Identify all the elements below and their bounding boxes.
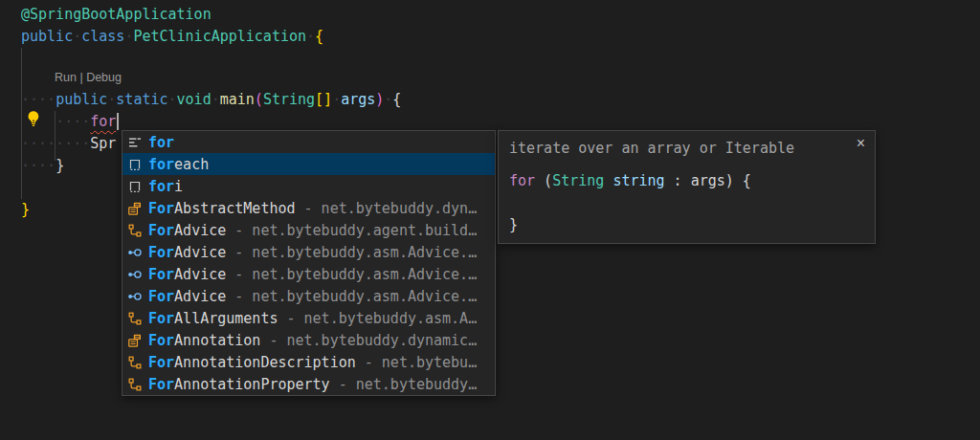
code-token: ) { [725, 172, 751, 189]
code-line: public·class·PetClinicApplication·{ [21, 26, 323, 48]
lightbulb-icon[interactable] [25, 110, 42, 127]
suggestion-label: Advice [174, 266, 226, 283]
code-token: class [81, 28, 124, 45]
run-codelens-link[interactable]: Run [55, 71, 77, 84]
interface-icon [127, 245, 143, 260]
code-token: } [21, 201, 30, 218]
suggestion-label: i [174, 178, 183, 195]
suggestion-item[interactable]: ForAllArguments - net.bytebuddy.asm.A… [122, 307, 495, 329]
suggestion-label: AbstractMethod [174, 200, 295, 217]
suggestion-item[interactable]: ForAnnotationProperty - net.bytebuddy… [122, 373, 495, 395]
code-token: | [77, 71, 86, 84]
code-token: @SpringBootApplication [21, 6, 212, 23]
suggestion-item[interactable]: ForAdvice - net.bytebuddy.asm.Advice.… [122, 241, 495, 263]
code-token: String [263, 91, 315, 108]
text-cursor [117, 113, 119, 130]
code-token: [] [315, 91, 332, 108]
suggestion-item[interactable]: ForAbstractMethod - net.bytebuddy.dyn… [122, 197, 495, 219]
codelens: Run | Debug [55, 70, 122, 86]
doc-code-snippet: for (String string : args) {} [509, 170, 751, 236]
code-token: public [56, 91, 107, 108]
suggestion-item[interactable]: ForAnnotation - net.bytebuddy.dynamic… [122, 329, 495, 351]
code-token: main [220, 91, 255, 108]
keyword-icon [127, 135, 143, 150]
code-token: } [509, 216, 518, 233]
suggestion-item[interactable]: ForAdvice - net.bytebuddy.asm.Advice.… [122, 285, 495, 307]
debug-codelens-link[interactable]: Debug [86, 71, 122, 84]
code-token: ···· [21, 91, 56, 108]
suggestion-label: Annotation [174, 332, 260, 349]
suggest-widget: forforeachforiForAbstractMethod - net.by… [122, 130, 496, 396]
class-icon [127, 377, 143, 392]
suggestion-item[interactable]: ForAdvice - net.bytebuddy.asm.Advice.… [122, 263, 495, 285]
suggestion-detail: - net.bytebu… [356, 354, 477, 371]
suggestion-item[interactable]: foreach [122, 153, 495, 175]
suggestion-label: AnnotationDescription [174, 354, 356, 371]
suggestion-match-text: For [148, 310, 174, 327]
suggestion-detail: - net.bytebuddy… [330, 376, 478, 393]
suggestion-match-text: For [148, 354, 174, 371]
code-line: ····public·static·void·main(String[]·arg… [21, 89, 401, 111]
code-token: · [73, 28, 81, 45]
code-token: ) [375, 91, 384, 108]
suggestion-detail: - net.bytebuddy.asm.Advice.… [226, 266, 477, 283]
interface-icon [127, 267, 143, 282]
suggestion-detail: - net.bytebuddy.dyn… [296, 200, 478, 217]
code-token: args [341, 91, 375, 108]
doc-code-line: for (String string : args) { [509, 170, 751, 192]
code-token: string [612, 172, 664, 189]
suggestion-detail: - net.bytebuddy.dynamic… [260, 332, 477, 349]
code-token: static [116, 91, 167, 108]
code-token: · [306, 28, 315, 45]
suggestion-label: AnnotationProperty [174, 376, 330, 393]
code-token: void [177, 91, 212, 108]
code-token: · [332, 91, 341, 108]
suggestion-match-text: for [148, 134, 174, 151]
suggestion-item[interactable]: fori [122, 175, 495, 197]
class-icon [127, 311, 143, 326]
code-line: } [21, 199, 30, 221]
code-token: args [691, 172, 725, 189]
suggestion-item[interactable]: ForAnnotationDescription - net.bytebu… [122, 351, 495, 373]
snippet-icon [127, 157, 143, 172]
suggestion-label: each [174, 156, 209, 173]
code-token: } [56, 157, 64, 174]
code-editor: @SpringBootApplicationpublic·class·PetCl… [0, 0, 980, 440]
suggestion-detail: - net.bytebuddy.agent.build… [226, 222, 477, 239]
code-token: for [90, 113, 116, 130]
code-token: ···· [56, 113, 90, 130]
suggestion-match-text: for [148, 178, 174, 195]
code-token: · [107, 91, 116, 108]
code-token: ········ [21, 135, 90, 152]
suggestion-detail: - net.bytebuddy.asm.A… [278, 310, 477, 327]
suggestion-match-text: for [148, 156, 174, 173]
code-token: { [392, 91, 401, 108]
enum-icon [127, 201, 143, 216]
suggestion-item[interactable]: ForAdvice - net.bytebuddy.agent.build… [122, 219, 495, 241]
doc-code-line [509, 192, 751, 214]
class-icon [127, 223, 143, 238]
code-token: PetClinicApplication [133, 28, 306, 45]
suggestion-match-text: For [148, 244, 174, 261]
code-token: public [21, 28, 73, 45]
interface-icon [127, 289, 143, 304]
code-token: for [509, 172, 535, 189]
suggestion-match-text: For [148, 222, 174, 239]
code-token: ( [255, 91, 263, 108]
code-token: Spr [90, 135, 116, 152]
suggestion-label: Advice [174, 222, 226, 239]
suggestion-label: AllArguments [174, 310, 278, 327]
suggestion-match-text: For [148, 332, 174, 349]
code-line: ········Spr [21, 133, 116, 155]
doc-code-line: } [509, 214, 751, 236]
suggestion-item[interactable]: for [122, 131, 495, 153]
snippet-icon [127, 179, 143, 194]
close-icon[interactable]: × [857, 135, 865, 152]
suggestion-list: forforeachforiForAbstractMethod - net.by… [122, 131, 495, 395]
code-token: : [665, 172, 691, 189]
code-token: · [384, 91, 392, 108]
suggest-docs-panel: iterate over an array or Iterable × for … [498, 130, 876, 244]
code-token: · [212, 91, 220, 108]
doc-description: iterate over an array or Iterable [509, 140, 794, 157]
class-icon [127, 355, 143, 370]
